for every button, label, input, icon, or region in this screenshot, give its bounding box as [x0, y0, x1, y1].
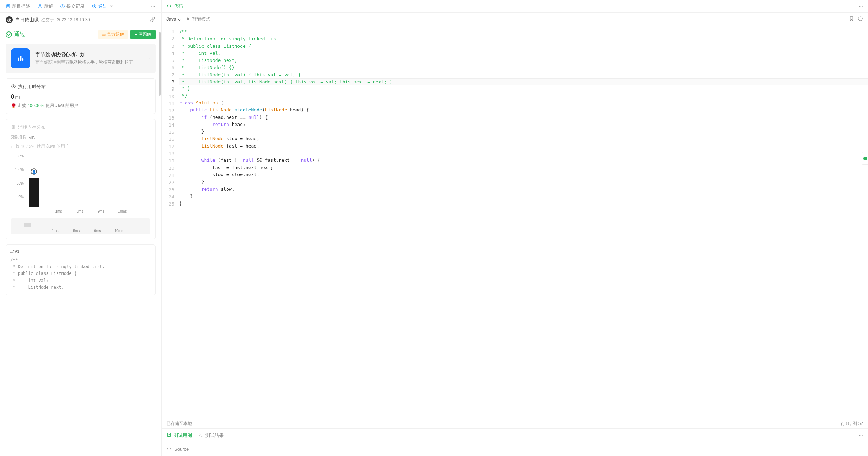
svg-rect-11: [167, 433, 170, 436]
code-bracket-icon: [166, 3, 172, 10]
promo-text: 字节跳动秋招心动计划 面向短期冲刺字节跳动秋招选手，秋招弯道顺利超车: [35, 52, 141, 65]
promo-subtitle: 面向短期冲刺字节跳动秋招选手，秋招弯道顺利超车: [35, 59, 141, 65]
tabs-more-icon[interactable]: ⋯: [148, 4, 158, 9]
code-preview-content: /** * Definition for singly-linked list.…: [10, 257, 151, 291]
chart-xaxis: 1ms 5ms 9ms 10ms: [11, 209, 150, 213]
chart-bar[interactable]: 👤: [29, 178, 39, 207]
link-icon[interactable]: [150, 17, 156, 23]
write-solution-button[interactable]: + 写题解: [130, 30, 156, 39]
code-title: 代码: [174, 3, 183, 10]
memory-title: 消耗内存分布: [11, 124, 150, 131]
more-icon[interactable]: ⋯: [858, 433, 863, 438]
svg-point-12: [863, 157, 867, 160]
clock-icon: [11, 84, 16, 90]
tab-pass[interactable]: 通过 ✕: [89, 0, 116, 13]
test-tabs: 测试用例 测试结果 ⋯: [162, 428, 868, 442]
svg-rect-8: [12, 125, 15, 128]
tab-submissions[interactable]: 提交记录: [57, 0, 88, 13]
memory-value: 39.16 MB: [11, 134, 150, 141]
memory-icon: [11, 125, 16, 131]
history-icon: [60, 4, 65, 9]
language-selector[interactable]: Java ⌄: [166, 16, 181, 22]
runtime-beat: 🥊 击败 100.00% 使用 Java 的用户: [11, 103, 150, 109]
chart-marker-icon: 👤: [31, 168, 37, 175]
source-bar[interactable]: Source: [162, 442, 868, 456]
code-preview-lang: Java: [10, 249, 151, 254]
svg-rect-6: [22, 58, 24, 61]
code-header: 代码 ⋯: [162, 0, 868, 13]
right-panel: 代码 ⋯ Java ⌄ 智能模式: [162, 0, 868, 456]
chevron-down-icon: ⌄: [177, 16, 181, 22]
promo-icon: [11, 48, 30, 68]
history-icon: [92, 4, 97, 9]
svg-rect-4: [18, 58, 19, 61]
status-label: 通过: [14, 31, 25, 38]
runtime-chart: 150% 100% 50% 0% 👤 1ms 5ms: [11, 154, 150, 234]
official-solution-button[interactable]: ▭ 官方题解: [98, 30, 128, 39]
minimap-xaxis: 1ms 5ms 9ms 10ms: [11, 229, 150, 233]
tab-description[interactable]: 题目描述: [3, 0, 33, 13]
check-square-icon: [166, 432, 171, 438]
left-panel: 题目描述 题解 提交记录 通过 ✕ ⋯: [0, 0, 162, 456]
avatar[interactable]: 🐼: [6, 16, 13, 23]
runtime-title: 执行用时分布: [11, 83, 150, 90]
terminal-icon: [198, 432, 203, 438]
left-body: 字节跳动秋招心动计划 面向短期冲刺字节跳动秋招选手，秋招弯道顺利超车 → 执行用…: [0, 44, 161, 456]
memory-card: 消耗内存分布 39.16 MB 击败 16.13% 使用 Java 的用户 15…: [6, 119, 156, 239]
trophy-icon: 🥊: [11, 103, 16, 108]
chart-minimap[interactable]: 1ms 5ms 9ms 10ms: [11, 218, 150, 234]
file-icon: [6, 4, 11, 9]
minimap-bar: [24, 223, 31, 227]
svg-rect-10: [187, 18, 189, 20]
chart-ylabels: 150% 100% 50% 0%: [11, 154, 24, 199]
submit-label: 提交于: [41, 17, 54, 23]
lock-icon: [186, 16, 190, 22]
runtime-card: 执行用时分布 0ms 🥊 击败 100.00% 使用 Java 的用户: [6, 78, 156, 114]
source-label: Source: [174, 446, 189, 452]
status-badge: 通过: [6, 31, 25, 38]
test-cases-tab[interactable]: 测试用例: [166, 432, 192, 439]
status-bar: 已存储至本地 行 8，列 52: [162, 419, 868, 428]
smart-mode[interactable]: 智能模式: [186, 16, 210, 22]
code-preview: Java /** * Definition for singly-linked …: [6, 244, 156, 295]
promo-card[interactable]: 字节跳动秋招心动计划 面向短期冲刺字节跳动秋招选手，秋招弯道顺利超车 →: [6, 44, 156, 73]
runtime-value: 0ms: [11, 93, 150, 100]
code-body[interactable]: /** * Definition for singly-linked list.…: [179, 25, 868, 419]
left-tabs: 题目描述 题解 提交记录 通过 ✕ ⋯: [0, 0, 161, 13]
gutter: 1234567891011121314151617181920212223242…: [162, 25, 179, 419]
tab-label: 通过: [98, 3, 107, 10]
svg-rect-9: [13, 126, 14, 128]
test-results-tab[interactable]: 测试结果: [198, 432, 224, 439]
username[interactable]: 白日依山璟: [16, 17, 39, 23]
save-status: 已存储至本地: [166, 421, 192, 427]
more-icon[interactable]: ⋯: [858, 4, 863, 9]
bookmark-icon[interactable]: [849, 16, 854, 22]
code-editor[interactable]: 1234567891011121314151617181920212223242…: [162, 25, 868, 419]
code-bracket-icon: [166, 446, 171, 452]
submit-time: 2023.12.18 10:30: [57, 17, 90, 22]
tab-label: 题解: [44, 3, 53, 10]
status-row: 通过 ▭ 官方题解 + 写题解: [0, 27, 161, 44]
check-icon: [6, 31, 12, 38]
feedback-tab[interactable]: [862, 152, 868, 165]
scrollbar[interactable]: [158, 0, 161, 456]
book-icon: ▭: [102, 32, 106, 37]
flask-icon: [37, 4, 42, 9]
cursor-position: 行 8，列 52: [841, 421, 863, 427]
arrow-right-icon: →: [146, 56, 151, 61]
close-icon[interactable]: ✕: [110, 4, 113, 9]
plus-icon: +: [135, 32, 137, 37]
editor-toolbar: Java ⌄ 智能模式: [162, 13, 868, 25]
tab-label: 提交记录: [66, 3, 85, 10]
memory-beat: 击败 16.13% 使用 Java 的用户: [11, 143, 150, 149]
promo-title: 字节跳动秋招心动计划: [35, 52, 141, 58]
tab-label: 题目描述: [12, 3, 30, 10]
reset-icon[interactable]: [858, 16, 863, 22]
tab-solution[interactable]: 题解: [35, 0, 56, 13]
submission-header: 🐼 白日依山璟 提交于 2023.12.18 10:30: [0, 13, 161, 27]
svg-rect-5: [20, 56, 22, 61]
